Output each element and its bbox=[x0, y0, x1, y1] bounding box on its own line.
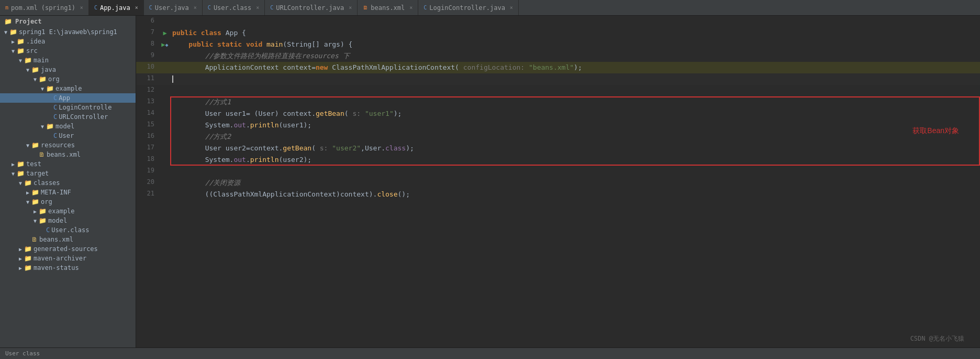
status-label: maven-status bbox=[34, 264, 79, 271]
gutter-21 bbox=[160, 189, 170, 200]
tree-src[interactable]: ▼ 📁 src bbox=[0, 46, 136, 56]
code-line-20: 20 //关闭资源 bbox=[136, 177, 980, 189]
code-editor[interactable]: 6 7 ▶ public class App { 8 ▶ bbox=[136, 16, 980, 347]
tree-user[interactable]: C User bbox=[0, 131, 136, 140]
pom-icon: m bbox=[5, 5, 8, 10]
tree-classes[interactable]: ▼ 📁 classes bbox=[0, 178, 136, 188]
tree-test[interactable]: ▶ 📁 test bbox=[0, 159, 136, 169]
line-num-21: 21 bbox=[136, 189, 160, 200]
gutter-12 bbox=[160, 85, 170, 96]
line-content-11 bbox=[170, 73, 980, 85]
gutter-16 bbox=[160, 131, 170, 143]
line-content-19 bbox=[170, 166, 980, 177]
tree-urlcontroller[interactable]: C URLController bbox=[0, 112, 136, 122]
user-java-icon: C bbox=[149, 5, 152, 10]
code-line-15: 15 System.out.println(user1); bbox=[136, 119, 980, 131]
org-folder-icon: 📁 bbox=[39, 75, 47, 83]
tree-idea[interactable]: ▶ 📁 .idea bbox=[0, 37, 136, 46]
app-icon: C bbox=[94, 5, 97, 10]
gutter-13 bbox=[160, 96, 170, 108]
tab-beans[interactable]: 🗎 beans.xml × bbox=[358, 0, 418, 15]
code-line-9: 9 //参数文件路径为根路径直接在resources 下 bbox=[136, 50, 980, 62]
line-content-14: User user1= (User) context.getBean( s: "… bbox=[170, 108, 980, 119]
line-num-13: 13 bbox=[136, 96, 160, 108]
tab-app[interactable]: C App.java × bbox=[89, 0, 144, 15]
tree-model[interactable]: ▼ 📁 model bbox=[0, 122, 136, 131]
tree-target[interactable]: ▼ 📁 target bbox=[0, 169, 136, 178]
tree-resources[interactable]: ▼ 📁 resources bbox=[0, 140, 136, 150]
tab-user-class[interactable]: C User.class × bbox=[203, 0, 265, 15]
status-text: User class bbox=[5, 350, 40, 357]
arrow-idea: ▶ bbox=[9, 39, 17, 45]
test-label: test bbox=[26, 160, 41, 168]
line-num-10: 10 bbox=[136, 62, 160, 73]
gutter-14 bbox=[160, 108, 170, 119]
code-line-8: 8 ▶ ◆ public static void main(String[] a… bbox=[136, 39, 980, 50]
line-content-20: //关闭资源 bbox=[170, 177, 980, 189]
tab-pom[interactable]: m pom.xml (spring1) × bbox=[0, 0, 89, 15]
gutter-18 bbox=[160, 154, 170, 166]
tree-beans-xml[interactable]: 🗎 beans.xml bbox=[0, 150, 136, 159]
example-label: example bbox=[55, 85, 82, 92]
tree-archiver[interactable]: ▶ 📁 maven-archiver bbox=[0, 254, 136, 263]
tree-beans-xml2[interactable]: 🗎 beans.xml bbox=[0, 235, 136, 244]
close-tab-user-class[interactable]: × bbox=[256, 5, 259, 10]
org2-label: org bbox=[41, 198, 52, 205]
generated-label: generated-sources bbox=[34, 245, 98, 253]
close-tab-app[interactable]: × bbox=[135, 5, 138, 10]
run-btn-8[interactable]: ▶ bbox=[161, 41, 165, 48]
tree-example[interactable]: ▼ 📁 example bbox=[0, 84, 136, 93]
tree-userclass[interactable]: C User.class bbox=[0, 225, 136, 235]
line-num-14: 14 bbox=[136, 108, 160, 119]
close-tab-user-java[interactable]: × bbox=[194, 5, 197, 10]
resources-folder-icon: 📁 bbox=[31, 142, 39, 149]
line-content-15: System.out.println(user1); bbox=[170, 119, 980, 131]
gutter-11 bbox=[160, 73, 170, 85]
line-content-9: //参数文件路径为根路径直接在resources 下 bbox=[170, 50, 980, 62]
tab-logincontroller[interactable]: C LoginController.java × bbox=[418, 0, 519, 15]
arrow-example2: ▶ bbox=[31, 209, 39, 214]
status-bar: User class bbox=[0, 347, 980, 359]
run-btn-7[interactable]: ▶ bbox=[163, 29, 166, 37]
app-label: App bbox=[59, 94, 70, 102]
line-content-17: User user2=context.getBean( s: "user2",U… bbox=[170, 143, 980, 154]
arrow-status: ▶ bbox=[17, 265, 24, 271]
line-num-6: 6 bbox=[136, 16, 160, 27]
close-tab-login[interactable]: × bbox=[510, 5, 513, 10]
login-java-icon: C bbox=[53, 104, 57, 111]
gutter-19 bbox=[160, 166, 170, 177]
tree-spring1[interactable]: ▼ 📁 spring1 E:\javaweb\spring1 bbox=[0, 27, 136, 37]
meta-label: META-INF bbox=[41, 189, 71, 196]
tree-main[interactable]: ▼ 📁 main bbox=[0, 56, 136, 65]
tree-java[interactable]: ▼ 📁 java bbox=[0, 65, 136, 74]
bookmark-8[interactable]: ◆ bbox=[165, 42, 169, 48]
close-tab-beans[interactable]: × bbox=[409, 5, 413, 10]
org-label: org bbox=[48, 75, 60, 83]
tree-org2[interactable]: ▼ 📁 org bbox=[0, 197, 136, 206]
gutter-8: ▶ ◆ bbox=[160, 39, 170, 50]
tab-user-java[interactable]: C User.java × bbox=[144, 0, 203, 15]
close-tab-pom[interactable]: × bbox=[80, 5, 83, 10]
main-folder-icon: 📁 bbox=[24, 57, 32, 64]
logincontroller-label: LoginControlle bbox=[59, 104, 112, 111]
tree-org[interactable]: ▼ 📁 org bbox=[0, 74, 136, 84]
tree-status[interactable]: ▶ 📁 maven-status bbox=[0, 263, 136, 273]
tab-urlcontroller[interactable]: C URLController.java × bbox=[265, 0, 358, 15]
sidebar-header: 📁 Project bbox=[0, 16, 136, 27]
tree-generated[interactable]: ▶ 📁 generated-sources bbox=[0, 244, 136, 254]
arrow-model: ▼ bbox=[39, 124, 46, 129]
box-region: 获取Bean对象 13 //方式1 14 User user1= (User) … bbox=[136, 96, 980, 166]
gutter-20 bbox=[160, 177, 170, 189]
tree-example2[interactable]: ▶ 📁 example bbox=[0, 206, 136, 216]
userclass-icon: C bbox=[46, 226, 50, 234]
classes-label: classes bbox=[34, 179, 60, 187]
tree-meta-inf[interactable]: ▶ 📁 META-INF bbox=[0, 188, 136, 197]
line-content-12 bbox=[170, 85, 980, 96]
line-content-13: //方式1 bbox=[170, 96, 980, 108]
tree-logincontroller[interactable]: C LoginControlle bbox=[0, 103, 136, 112]
tree-model2[interactable]: ▼ 📁 model bbox=[0, 216, 136, 225]
user-class-icon: C bbox=[208, 5, 211, 10]
tree-app[interactable]: C App bbox=[0, 93, 136, 103]
gutter-15 bbox=[160, 119, 170, 131]
close-tab-url[interactable]: × bbox=[349, 5, 352, 10]
